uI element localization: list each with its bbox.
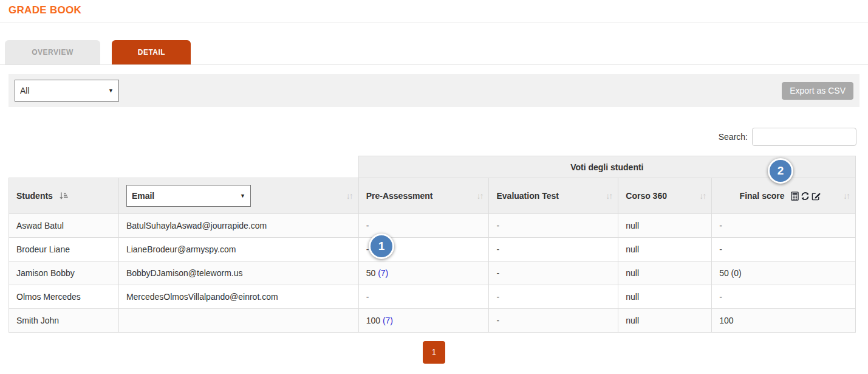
- final-score-cell: 100: [712, 309, 856, 333]
- column-header-corso-360[interactable]: Corso 360 ↓↑: [618, 178, 712, 214]
- email-column-dropdown[interactable]: Email: [126, 185, 251, 207]
- evaluation-test-cell: -: [489, 238, 618, 261]
- student-email-cell: MercedesOlmosVillalpando@einrot.com: [118, 285, 358, 309]
- gradebook-page: GRADE BOOK OVERVIEW DETAIL All Export as…: [0, 0, 868, 374]
- student-email-cell: BobbyDJamison@teleworm.us: [118, 261, 358, 285]
- table-row: Olmos MercedesMercedesOlmosVillalpando@e…: [9, 285, 856, 309]
- corso-360-cell: null: [618, 285, 712, 309]
- student-name-cell: Brodeur Liane: [9, 238, 119, 261]
- evaluation-test-cell: -: [489, 214, 618, 238]
- annotation-badge-1: 1: [369, 234, 394, 259]
- student-email-cell: LianeBrodeur@armyspy.com: [118, 238, 358, 261]
- evaluation-test-cell: -: [489, 309, 618, 333]
- title-divider: [0, 22, 868, 23]
- evaluation-test-cell: -: [489, 261, 618, 285]
- page-title: GRADE BOOK: [0, 0, 868, 16]
- tab-bar: OVERVIEW DETAIL: [0, 40, 868, 65]
- student-email-cell: BatulSuhaylaAswad@jourrapide.com: [118, 214, 358, 238]
- course-filter-dropdown[interactable]: All: [15, 80, 119, 102]
- search-label: Search:: [719, 132, 748, 142]
- column-header-pre-assessment[interactable]: Pre-Assessment ↓↑: [358, 178, 489, 214]
- edit-icon[interactable]: [812, 192, 821, 201]
- final-score-cell: 50 (0): [712, 261, 856, 285]
- final-score-cell: -: [712, 285, 856, 309]
- tab-detail[interactable]: DETAIL: [112, 40, 191, 64]
- evaluation-test-cell: -: [489, 285, 618, 309]
- table-row: Aswad BatulBatulSuhaylaAswad@jourrapide.…: [9, 214, 856, 238]
- table-row: Smith John100 (7)-null100: [9, 309, 856, 333]
- pre-assessment-cell: 50 (7): [358, 261, 489, 285]
- column-header-email[interactable]: Email ↓↑: [118, 178, 358, 214]
- table-row: Jamison BobbyBobbyDJamison@teleworm.us50…: [9, 261, 856, 285]
- column-header-students[interactable]: Students: [9, 178, 119, 214]
- sort-amount-asc-icon: [59, 192, 68, 201]
- sort-icon: ↓↑: [476, 191, 482, 201]
- filter-bar: All Export as CSV: [9, 74, 859, 107]
- attempts-link[interactable]: (7): [383, 316, 393, 325]
- search-input[interactable]: [752, 128, 856, 146]
- tab-overview[interactable]: OVERVIEW: [5, 40, 100, 64]
- table-row: Brodeur LianeLianeBrodeur@armyspy.com--n…: [9, 238, 856, 261]
- group-header-row: Voti degli studenti: [9, 156, 856, 178]
- student-name-cell: Jamison Bobby: [9, 261, 119, 285]
- page-1-button[interactable]: 1: [423, 341, 445, 364]
- pagination: 1: [0, 341, 868, 364]
- sort-icon: ↓↑: [606, 191, 612, 201]
- annotation-badge-2: 2: [768, 158, 793, 184]
- corso-360-cell: null: [618, 261, 712, 285]
- email-column-dropdown-wrap: Email: [126, 185, 251, 207]
- gradebook-table: Voti degli studenti Students: [9, 156, 856, 333]
- corso-360-cell: null: [618, 214, 712, 238]
- student-name-cell: Smith John: [9, 309, 119, 333]
- sort-icon: ↓↑: [699, 191, 705, 201]
- sort-icon: ↓↑: [346, 191, 352, 201]
- corso-360-cell: null: [618, 309, 712, 333]
- column-header-evaluation-test[interactable]: Evaluation Test ↓↑: [489, 178, 618, 214]
- student-name-cell: Olmos Mercedes: [9, 285, 119, 309]
- calculator-icon[interactable]: [791, 192, 799, 201]
- student-email-cell: [118, 309, 358, 333]
- pre-assessment-cell: -: [358, 285, 489, 309]
- column-header-row: Students: [9, 178, 856, 214]
- table-body: Aswad BatulBatulSuhaylaAswad@jourrapide.…: [9, 214, 856, 333]
- corso-360-cell: null: [618, 238, 712, 261]
- final-score-cell: -: [712, 238, 856, 261]
- final-score-cell: -: [712, 214, 856, 238]
- pre-assessment-cell: 100 (7): [358, 309, 489, 333]
- course-filter-dropdown-wrap: All: [15, 80, 119, 102]
- sort-icon: ↓↑: [843, 191, 849, 201]
- export-csv-button[interactable]: Export as CSV: [782, 82, 853, 100]
- search-row: Search:: [0, 128, 856, 146]
- attempts-link[interactable]: (7): [378, 268, 388, 278]
- corner-empty-cell: [9, 156, 359, 178]
- student-name-cell: Aswad Batul: [9, 214, 119, 238]
- refresh-icon[interactable]: [801, 192, 810, 201]
